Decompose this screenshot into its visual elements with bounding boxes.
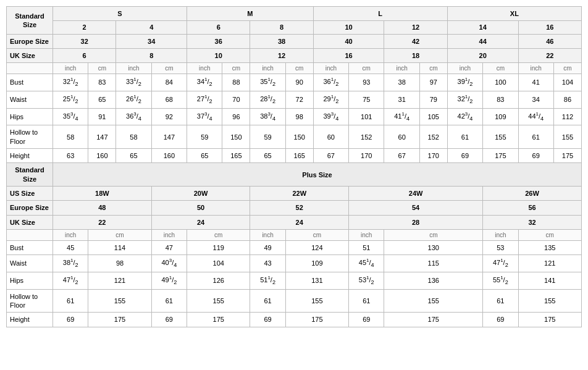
w10i: 291/2 [313, 91, 348, 108]
eu32: 32 [53, 34, 116, 48]
w14i: 321/2 [447, 91, 482, 108]
ht14i: 69 [447, 149, 482, 163]
pu-c2: cm [187, 229, 250, 240]
phf26c: 155 [518, 289, 581, 313]
ph18c: 121 [88, 272, 151, 289]
hf16i: 61 [518, 125, 553, 149]
u-c2: cm [151, 63, 187, 74]
b8c: 90 [285, 74, 313, 91]
xl-col-header: XL [447, 7, 581, 21]
us8: 8 [250, 21, 313, 34]
pw22i: 43 [250, 255, 285, 272]
ht4i: 65 [116, 149, 151, 163]
u-i4: inch [250, 63, 285, 74]
b8i: 351/2 [250, 74, 285, 91]
u-i3: inch [187, 63, 222, 74]
b6i: 341/2 [187, 74, 222, 91]
u-c8: cm [553, 63, 581, 74]
w12c: 79 [419, 91, 447, 108]
pb22c: 124 [285, 240, 348, 254]
phf20c: 155 [187, 289, 250, 313]
b12i: 38 [384, 74, 419, 91]
hf6c: 150 [222, 125, 250, 149]
pu-i5: inch [483, 229, 518, 240]
phf18c: 155 [88, 289, 151, 313]
s1-uk-row: UK Size 6 8 10 12 16 18 20 22 [7, 48, 582, 62]
u-i6: inch [384, 63, 419, 74]
pb24c: 130 [384, 240, 483, 254]
ph20c: 126 [187, 272, 250, 289]
h10i: 393/4 [313, 108, 348, 125]
pu-c5: cm [518, 229, 581, 240]
w12i: 31 [384, 91, 419, 108]
s1-eu-row: Europe Size 32 34 36 38 40 42 44 46 [7, 34, 582, 48]
pb22i: 49 [250, 240, 285, 254]
ht16i: 69 [518, 149, 553, 163]
m-col-header: M [187, 7, 314, 21]
ht10c: 170 [349, 149, 384, 163]
hf16c: 155 [553, 125, 581, 149]
plus-lbl-s2: Plus Size [53, 163, 582, 187]
s2-hollow: Hollow to Floor 61 155 61 155 61 155 61 … [7, 289, 582, 313]
pht24c: 175 [384, 313, 483, 327]
pw26c: 121 [518, 255, 581, 272]
uk10: 10 [187, 48, 250, 62]
us10: 10 [313, 21, 384, 34]
hf2i: 58 [53, 125, 88, 149]
h4i: 363/4 [116, 108, 151, 125]
us2: 2 [53, 21, 116, 34]
w14c: 83 [483, 91, 518, 108]
ht16c: 175 [553, 149, 581, 163]
pht24i: 69 [349, 313, 384, 327]
uk12: 12 [250, 48, 313, 62]
pht20c: 175 [187, 313, 250, 327]
h8i: 383/4 [250, 108, 285, 125]
pht18c: 175 [88, 313, 151, 327]
ph20i: 491/2 [151, 272, 187, 289]
phf18i: 61 [53, 289, 88, 313]
h6i: 373/4 [187, 108, 222, 125]
pu-i2: inch [151, 229, 187, 240]
us14: 14 [447, 21, 518, 34]
hf12i: 60 [384, 125, 419, 149]
w10c: 75 [349, 91, 384, 108]
hf10c: 152 [349, 125, 384, 149]
pb26i: 53 [483, 240, 518, 254]
p-eu52: 52 [250, 201, 349, 215]
pht20i: 69 [151, 313, 187, 327]
u-i2: inch [116, 63, 151, 74]
w16i: 34 [518, 91, 553, 108]
s1-top-header: StandardSize S M L XL [7, 7, 582, 21]
phf20i: 61 [151, 289, 187, 313]
b4i: 331/2 [116, 74, 151, 91]
pw24c: 115 [384, 255, 483, 272]
us12: 12 [384, 21, 447, 34]
ht8c: 165 [285, 149, 313, 163]
pu-i3: inch [250, 229, 285, 240]
s2-height: Height 69 175 69 175 69 175 69 175 69 17… [7, 313, 582, 327]
eu38: 38 [250, 34, 313, 48]
hf10i: 60 [313, 125, 348, 149]
u-i7: inch [447, 63, 482, 74]
pht26i: 69 [483, 313, 518, 327]
ph26i: 551/2 [483, 272, 518, 289]
hollow-lbl1: Hollow toFloor [7, 125, 53, 149]
w2c: 65 [88, 91, 116, 108]
h14i: 423/4 [447, 108, 482, 125]
std-size-header: StandardSize [7, 7, 53, 35]
pw18i: 381/2 [53, 255, 88, 272]
u-c1: cm [88, 63, 116, 74]
uk16: 16 [313, 48, 384, 62]
bust-lbl2: Bust [7, 240, 53, 254]
pht26c: 175 [518, 313, 581, 327]
p-eu50: 50 [151, 201, 250, 215]
w6i: 271/2 [187, 91, 222, 108]
s-col-header: S [53, 7, 187, 21]
ht14c: 175 [483, 149, 518, 163]
p-20w: 20W [151, 186, 250, 200]
l-col-header: L [313, 7, 447, 21]
us16: 16 [518, 21, 581, 34]
h16c: 112 [553, 108, 581, 125]
waist-lbl1: Waist [7, 91, 53, 108]
h2i: 353/4 [53, 108, 88, 125]
